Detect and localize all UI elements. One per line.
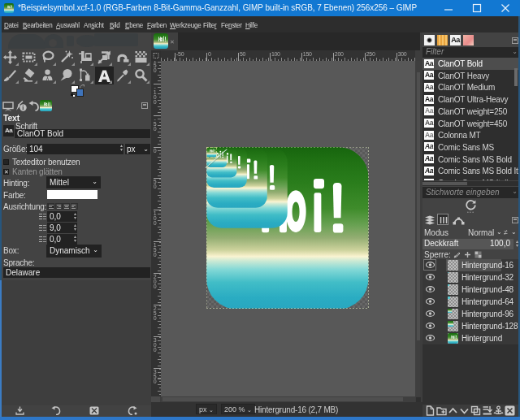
- svg-text:i: i: [22, 104, 24, 111]
